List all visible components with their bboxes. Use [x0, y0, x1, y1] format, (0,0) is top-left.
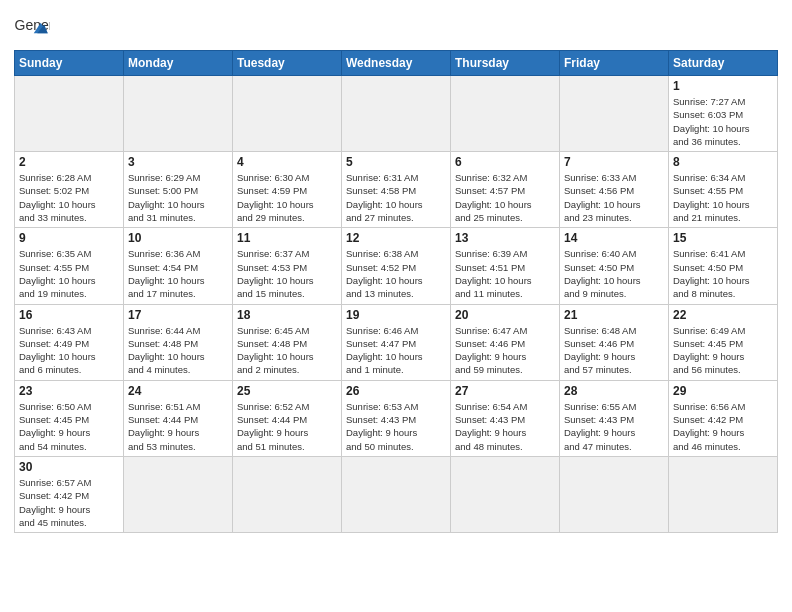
day-number: 4: [237, 155, 337, 169]
day-number: 19: [346, 308, 446, 322]
day-info: Sunrise: 6:44 AM Sunset: 4:48 PM Dayligh…: [128, 324, 228, 377]
calendar-cell: [560, 456, 669, 532]
calendar-cell: 4Sunrise: 6:30 AM Sunset: 4:59 PM Daylig…: [233, 152, 342, 228]
day-info: Sunrise: 6:28 AM Sunset: 5:02 PM Dayligh…: [19, 171, 119, 224]
calendar-cell: 6Sunrise: 6:32 AM Sunset: 4:57 PM Daylig…: [451, 152, 560, 228]
calendar-cell: 20Sunrise: 6:47 AM Sunset: 4:46 PM Dayli…: [451, 304, 560, 380]
calendar: SundayMondayTuesdayWednesdayThursdayFrid…: [14, 50, 778, 533]
day-number: 22: [673, 308, 773, 322]
calendar-cell: 8Sunrise: 6:34 AM Sunset: 4:55 PM Daylig…: [669, 152, 778, 228]
week-row: 1Sunrise: 7:27 AM Sunset: 6:03 PM Daylig…: [15, 76, 778, 152]
day-number: 28: [564, 384, 664, 398]
day-number: 8: [673, 155, 773, 169]
day-number: 2: [19, 155, 119, 169]
calendar-cell: 10Sunrise: 6:36 AM Sunset: 4:54 PM Dayli…: [124, 228, 233, 304]
calendar-cell: [233, 456, 342, 532]
calendar-cell: 29Sunrise: 6:56 AM Sunset: 4:42 PM Dayli…: [669, 380, 778, 456]
week-row: 9Sunrise: 6:35 AM Sunset: 4:55 PM Daylig…: [15, 228, 778, 304]
day-info: Sunrise: 6:52 AM Sunset: 4:44 PM Dayligh…: [237, 400, 337, 453]
day-info: Sunrise: 6:56 AM Sunset: 4:42 PM Dayligh…: [673, 400, 773, 453]
day-info: Sunrise: 6:57 AM Sunset: 4:42 PM Dayligh…: [19, 476, 119, 529]
calendar-cell: 2Sunrise: 6:28 AM Sunset: 5:02 PM Daylig…: [15, 152, 124, 228]
day-number: 15: [673, 231, 773, 245]
day-number: 7: [564, 155, 664, 169]
day-number: 26: [346, 384, 446, 398]
calendar-cell: 3Sunrise: 6:29 AM Sunset: 5:00 PM Daylig…: [124, 152, 233, 228]
day-info: Sunrise: 6:43 AM Sunset: 4:49 PM Dayligh…: [19, 324, 119, 377]
week-row: 23Sunrise: 6:50 AM Sunset: 4:45 PM Dayli…: [15, 380, 778, 456]
calendar-cell: [451, 76, 560, 152]
day-info: Sunrise: 6:45 AM Sunset: 4:48 PM Dayligh…: [237, 324, 337, 377]
day-info: Sunrise: 6:38 AM Sunset: 4:52 PM Dayligh…: [346, 247, 446, 300]
calendar-cell: [669, 456, 778, 532]
calendar-cell: 7Sunrise: 6:33 AM Sunset: 4:56 PM Daylig…: [560, 152, 669, 228]
calendar-cell: 19Sunrise: 6:46 AM Sunset: 4:47 PM Dayli…: [342, 304, 451, 380]
day-number: 3: [128, 155, 228, 169]
calendar-cell: 30Sunrise: 6:57 AM Sunset: 4:42 PM Dayli…: [15, 456, 124, 532]
day-info: Sunrise: 6:53 AM Sunset: 4:43 PM Dayligh…: [346, 400, 446, 453]
day-number: 6: [455, 155, 555, 169]
day-info: Sunrise: 6:48 AM Sunset: 4:46 PM Dayligh…: [564, 324, 664, 377]
calendar-cell: 1Sunrise: 7:27 AM Sunset: 6:03 PM Daylig…: [669, 76, 778, 152]
day-info: Sunrise: 6:31 AM Sunset: 4:58 PM Dayligh…: [346, 171, 446, 224]
day-info: Sunrise: 6:40 AM Sunset: 4:50 PM Dayligh…: [564, 247, 664, 300]
day-info: Sunrise: 6:49 AM Sunset: 4:45 PM Dayligh…: [673, 324, 773, 377]
day-info: Sunrise: 6:36 AM Sunset: 4:54 PM Dayligh…: [128, 247, 228, 300]
calendar-cell: [124, 76, 233, 152]
week-row: 16Sunrise: 6:43 AM Sunset: 4:49 PM Dayli…: [15, 304, 778, 380]
day-info: Sunrise: 6:35 AM Sunset: 4:55 PM Dayligh…: [19, 247, 119, 300]
day-number: 21: [564, 308, 664, 322]
day-info: Sunrise: 6:51 AM Sunset: 4:44 PM Dayligh…: [128, 400, 228, 453]
day-number: 29: [673, 384, 773, 398]
logo: General: [14, 14, 56, 42]
day-info: Sunrise: 6:37 AM Sunset: 4:53 PM Dayligh…: [237, 247, 337, 300]
day-number: 24: [128, 384, 228, 398]
calendar-cell: 17Sunrise: 6:44 AM Sunset: 4:48 PM Dayli…: [124, 304, 233, 380]
calendar-cell: 18Sunrise: 6:45 AM Sunset: 4:48 PM Dayli…: [233, 304, 342, 380]
calendar-cell: 14Sunrise: 6:40 AM Sunset: 4:50 PM Dayli…: [560, 228, 669, 304]
day-number: 13: [455, 231, 555, 245]
day-number: 11: [237, 231, 337, 245]
calendar-cell: 12Sunrise: 6:38 AM Sunset: 4:52 PM Dayli…: [342, 228, 451, 304]
weekday-header: Saturday: [669, 51, 778, 76]
day-info: Sunrise: 6:47 AM Sunset: 4:46 PM Dayligh…: [455, 324, 555, 377]
day-info: Sunrise: 6:46 AM Sunset: 4:47 PM Dayligh…: [346, 324, 446, 377]
day-info: Sunrise: 6:30 AM Sunset: 4:59 PM Dayligh…: [237, 171, 337, 224]
calendar-cell: 9Sunrise: 6:35 AM Sunset: 4:55 PM Daylig…: [15, 228, 124, 304]
calendar-cell: 27Sunrise: 6:54 AM Sunset: 4:43 PM Dayli…: [451, 380, 560, 456]
week-row: 2Sunrise: 6:28 AM Sunset: 5:02 PM Daylig…: [15, 152, 778, 228]
day-info: Sunrise: 6:39 AM Sunset: 4:51 PM Dayligh…: [455, 247, 555, 300]
day-info: Sunrise: 6:41 AM Sunset: 4:50 PM Dayligh…: [673, 247, 773, 300]
day-info: Sunrise: 6:34 AM Sunset: 4:55 PM Dayligh…: [673, 171, 773, 224]
day-info: Sunrise: 6:50 AM Sunset: 4:45 PM Dayligh…: [19, 400, 119, 453]
day-number: 18: [237, 308, 337, 322]
day-number: 23: [19, 384, 119, 398]
calendar-cell: [342, 76, 451, 152]
day-info: Sunrise: 7:27 AM Sunset: 6:03 PM Dayligh…: [673, 95, 773, 148]
calendar-cell: [451, 456, 560, 532]
calendar-cell: [233, 76, 342, 152]
day-number: 9: [19, 231, 119, 245]
calendar-cell: 15Sunrise: 6:41 AM Sunset: 4:50 PM Dayli…: [669, 228, 778, 304]
weekday-header: Thursday: [451, 51, 560, 76]
calendar-cell: [15, 76, 124, 152]
day-info: Sunrise: 6:32 AM Sunset: 4:57 PM Dayligh…: [455, 171, 555, 224]
day-number: 12: [346, 231, 446, 245]
week-row: 30Sunrise: 6:57 AM Sunset: 4:42 PM Dayli…: [15, 456, 778, 532]
calendar-cell: [124, 456, 233, 532]
day-info: Sunrise: 6:55 AM Sunset: 4:43 PM Dayligh…: [564, 400, 664, 453]
day-number: 1: [673, 79, 773, 93]
day-info: Sunrise: 6:33 AM Sunset: 4:56 PM Dayligh…: [564, 171, 664, 224]
calendar-cell: 22Sunrise: 6:49 AM Sunset: 4:45 PM Dayli…: [669, 304, 778, 380]
header: General: [14, 10, 778, 42]
page: General SundayMondayTuesdayWednesdayThur…: [0, 0, 792, 612]
weekday-header: Friday: [560, 51, 669, 76]
calendar-cell: 11Sunrise: 6:37 AM Sunset: 4:53 PM Dayli…: [233, 228, 342, 304]
calendar-cell: [560, 76, 669, 152]
weekday-header: Wednesday: [342, 51, 451, 76]
weekday-header: Sunday: [15, 51, 124, 76]
calendar-cell: 16Sunrise: 6:43 AM Sunset: 4:49 PM Dayli…: [15, 304, 124, 380]
day-number: 14: [564, 231, 664, 245]
calendar-cell: 25Sunrise: 6:52 AM Sunset: 4:44 PM Dayli…: [233, 380, 342, 456]
day-number: 27: [455, 384, 555, 398]
